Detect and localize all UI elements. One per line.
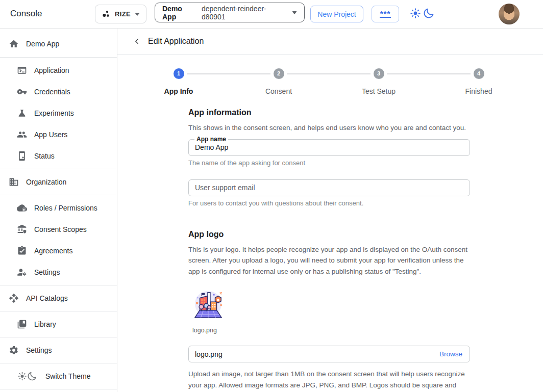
page-header: Edit Application <box>117 29 543 55</box>
flask-icon <box>17 108 27 118</box>
stepper: 1 App Info 2 Consent 3 Test Setup 4 Fini… <box>129 68 529 95</box>
console-title: Console <box>10 9 42 19</box>
step-circle: 2 <box>274 68 284 79</box>
step-circle: 1 <box>174 68 184 79</box>
library-icon <box>17 319 27 329</box>
user-avatar[interactable] <box>499 4 520 24</box>
support-email-input[interactable] <box>189 180 470 196</box>
sidebar-item-api-catalogs[interactable]: API Catalogs <box>0 285 117 311</box>
app-logo-heading: App logo <box>188 230 470 239</box>
app-name-input[interactable] <box>189 140 470 155</box>
sidebar-item-roles-permissions[interactable]: Roles / Permissions <box>0 197 117 219</box>
device-status-icon <box>17 151 27 161</box>
step-connector <box>387 73 471 74</box>
step-label: App Info <box>129 87 229 95</box>
stepper-step-app-info[interactable]: 1 App Info <box>129 68 229 95</box>
new-project-button[interactable]: New Project <box>310 6 363 22</box>
logo-filename-caption: logo.png <box>192 327 470 334</box>
org-switcher-button[interactable]: RIZE <box>95 5 146 23</box>
sidebar: Demo App Application Credentials Experim… <box>0 29 117 392</box>
stepper-step-finished[interactable]: 4 Finished <box>429 68 529 95</box>
step-label: Test Setup <box>329 87 429 95</box>
moon-icon <box>423 7 435 19</box>
cloud-check-icon <box>17 203 27 213</box>
org-name-label: RIZE <box>115 10 131 18</box>
credentials-quick-button[interactable]: *** <box>372 6 399 22</box>
home-icon <box>9 39 19 49</box>
app-name-helper: The name of the app asking for consent <box>188 159 470 167</box>
sun-moon-icon <box>17 371 38 381</box>
terminal-icon <box>17 65 27 75</box>
sidebar-item-application[interactable]: Application <box>0 60 117 81</box>
app-information-description: This shows in the consent screen, and he… <box>188 122 470 134</box>
chevron-down-icon <box>135 13 140 16</box>
sidebar-item-org-settings[interactable]: Settings <box>0 262 117 283</box>
project-id-label: dependent-reindeer-d80901 <box>202 5 287 21</box>
chevron-down-icon <box>292 11 297 14</box>
password-dots-icon: *** <box>380 10 391 18</box>
app-name-label: App name <box>194 135 228 143</box>
users-icon <box>17 129 27 140</box>
sidebar-item-consent-scopes[interactable]: Consent Scopes <box>0 219 117 240</box>
support-email-helper: For users to contact you with questions … <box>188 199 470 207</box>
file-name-text: logo.png <box>195 350 223 358</box>
main-content: Edit Application 1 App Info 2 Consent 3 … <box>117 29 543 392</box>
page-title: Edit Application <box>148 37 204 46</box>
sidebar-item-agreements[interactable]: Agreements <box>0 240 117 262</box>
step-connector <box>287 73 371 74</box>
rize-logo-icon <box>102 10 111 19</box>
step-label: Finished <box>429 87 529 95</box>
theme-toggle[interactable] <box>409 7 435 19</box>
divider <box>0 389 117 389</box>
key-icon <box>17 87 27 97</box>
topbar: Console RIZE Demo App dependent-reindeer… <box>0 0 543 29</box>
sidebar-item-status[interactable]: Status <box>0 145 117 167</box>
support-email-field <box>188 179 470 196</box>
move-arrows-icon <box>9 293 19 303</box>
step-circle: 3 <box>374 68 384 79</box>
app-logo-description: This is your logo. It helps people recog… <box>188 244 470 277</box>
sidebar-item-organization[interactable]: Organization <box>0 169 117 195</box>
back-button[interactable] <box>132 36 142 46</box>
sun-icon <box>409 7 422 19</box>
bank-shield-icon <box>17 224 27 234</box>
app-logo-image <box>192 290 224 320</box>
step-connector <box>187 73 270 74</box>
sidebar-item-app-users[interactable]: App Users <box>0 124 117 145</box>
building-icon <box>9 177 19 187</box>
stepper-step-consent[interactable]: 2 Consent <box>229 68 329 95</box>
person-gear-icon <box>17 267 27 277</box>
step-label: Consent <box>229 87 329 95</box>
upload-note: Upload an image, not larger than 1MB on … <box>188 369 470 392</box>
sidebar-item-settings[interactable]: Settings <box>0 337 117 363</box>
step-circle: 4 <box>474 68 484 79</box>
app-information-heading: App information <box>188 108 470 117</box>
sidebar-item-library[interactable]: Library <box>0 311 117 337</box>
browse-button[interactable]: Browse <box>439 350 462 358</box>
clipboard-check-icon <box>17 246 27 256</box>
project-selector[interactable]: Demo App dependent-reindeer-d80901 <box>155 3 305 22</box>
stepper-step-test-setup[interactable]: 3 Test Setup <box>329 68 429 95</box>
sidebar-item-credentials[interactable]: Credentials <box>0 81 117 102</box>
sidebar-item-demo-app[interactable]: Demo App <box>0 29 117 57</box>
project-name-label: Demo App <box>162 5 196 21</box>
sidebar-item-experiments[interactable]: Experiments <box>0 102 117 124</box>
gear-icon <box>9 345 19 355</box>
app-name-field: App name <box>188 139 470 156</box>
sidebar-item-switch-theme[interactable]: Switch Theme <box>0 363 117 389</box>
logo-file-input[interactable]: logo.png Browse <box>188 346 470 362</box>
